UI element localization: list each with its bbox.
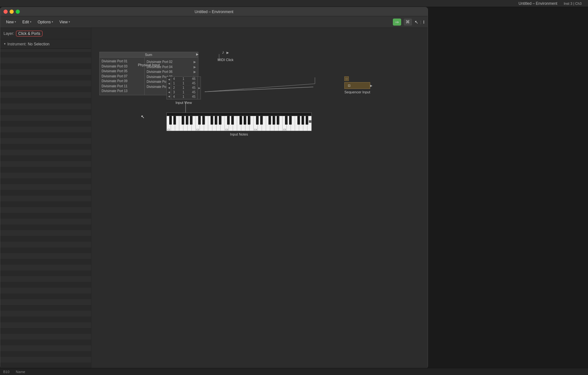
list-item: Divisimate Port 13	[102, 89, 142, 94]
svg-line-5	[205, 84, 315, 92]
instrument-value: No Selection	[28, 42, 50, 46]
svg-rect-72	[309, 120, 311, 123]
close-button[interactable]	[4, 10, 8, 14]
sequencer-input-text: Sequencer Input	[344, 90, 370, 94]
table-row: 3145	[171, 90, 197, 95]
midi-arrow-icon: ⇒	[395, 20, 399, 25]
list-item: Divisimate Port 11	[102, 84, 142, 89]
table-row: 4146	[171, 77, 197, 81]
svg-rect-29	[289, 116, 292, 125]
midi-route-icon[interactable]: ⇒	[393, 19, 401, 26]
main-content: Layer: Click & Ports ▼ Instrument: No Se…	[0, 28, 428, 368]
svg-rect-10	[182, 116, 184, 125]
sidebar: Layer: Click & Ports ▼ Instrument: No Se…	[0, 28, 91, 368]
midi-click-label: MIDI Click	[218, 58, 233, 62]
svg-text:C2: C2	[196, 129, 199, 131]
svg-rect-23	[256, 116, 259, 125]
svg-rect-13	[198, 116, 201, 125]
music-note-icon: ♪	[222, 50, 224, 55]
svg-rect-28	[285, 116, 287, 125]
input-view-label: Input View	[166, 101, 201, 105]
svg-rect-21	[244, 116, 246, 125]
play-icon: ▶	[226, 51, 229, 54]
piano-svg: C1 C2 C3 C4 C5	[167, 113, 311, 131]
svg-text:C1: C1	[167, 129, 170, 131]
list-item: Divisimate Port 09	[102, 79, 142, 84]
menu-options[interactable]: Options ▾	[35, 19, 56, 26]
svg-text:C3: C3	[225, 129, 228, 131]
svg-rect-25	[269, 116, 271, 125]
sequencer-input-label: ⊡	[348, 84, 350, 87]
window-title: Untitled – Environment	[195, 10, 233, 14]
svg-rect-20	[240, 116, 242, 125]
minimize-button[interactable]	[10, 10, 14, 14]
menu-new[interactable]: New ▾	[4, 19, 19, 26]
midi-click-block[interactable]: ♪ ▶ MIDI Click	[218, 50, 233, 62]
svg-rect-32	[306, 116, 308, 125]
input-notes-block[interactable]: C1 C2 C3 C4 C5 Input Notes	[166, 113, 312, 136]
list-item: Divisimate Port 06 ▶	[147, 69, 196, 74]
table-row: 1145	[171, 81, 197, 86]
status-name-label: Name	[16, 370, 25, 374]
link-icon-btn[interactable]: ⌘	[404, 19, 412, 26]
table-row: 4145	[171, 95, 197, 99]
options-chevron-icon: ▾	[52, 20, 53, 23]
input-view-block[interactable]: ◀ ◀ ◀ ◀ ◀ 4146 1145 2145 3145 4145	[166, 76, 201, 105]
svg-rect-15	[210, 116, 213, 125]
canvas-area[interactable]: Sum ▶ Divisimate Port 01 Divisimate Port…	[91, 28, 428, 368]
top-bar-inst: Inst 3 | Ch3	[564, 2, 582, 5]
input-notes-label: Input Notes	[166, 132, 312, 136]
layer-label: Layer:	[4, 31, 14, 36]
layer-value[interactable]: Click & Ports	[16, 31, 42, 36]
text-cursor-icon[interactable]: I	[423, 20, 424, 25]
svg-rect-8	[169, 116, 172, 125]
mouse-cursor: ↖	[141, 114, 145, 119]
maximize-button[interactable]	[16, 10, 20, 14]
top-daw-bar: Untitled – Environment Inst 3 | Ch3	[0, 0, 588, 7]
cursor-tool-group: ↖ | I	[415, 20, 424, 25]
svg-rect-12	[190, 116, 193, 125]
traffic-lights	[4, 10, 20, 14]
svg-line-1	[205, 87, 313, 92]
title-bar: Untitled – Environment	[0, 7, 428, 16]
bottom-status-bar: B10 Name	[0, 368, 588, 375]
svg-rect-30	[297, 116, 300, 125]
svg-text:C4: C4	[254, 129, 257, 131]
list-item: Divisimate Port 07	[102, 74, 142, 79]
menu-bar: New ▾ Edit ▾ Options ▾ View ▾ ⇒ ⌘ ↖ | I	[0, 16, 428, 28]
svg-rect-26	[273, 116, 275, 125]
view-chevron-icon: ▾	[69, 20, 70, 23]
svg-rect-24	[260, 116, 263, 125]
physical-input-title: Sum ▶	[100, 52, 198, 58]
menu-view[interactable]: View ▾	[57, 19, 73, 26]
environment-window: Untitled – Environment New ▾ Edit ▾ Opti…	[0, 7, 428, 369]
piano-keys: C1 C2 C3 C4 C5	[167, 113, 311, 131]
svg-text:C5: C5	[283, 129, 286, 131]
sequencer-input-block[interactable]: □ ⊡ ▶ Sequencer Input	[344, 76, 370, 94]
menu-edit[interactable]: Edit ▾	[20, 19, 34, 26]
arrow-cursor-icon[interactable]: ↖	[415, 20, 418, 25]
piano-keyboard[interactable]: C1 C2 C3 C4 C5	[166, 113, 312, 131]
layer-row: Layer: Click & Ports	[0, 28, 91, 39]
list-item: Divisimate Port 05	[102, 69, 142, 74]
svg-rect-16	[215, 116, 217, 125]
svg-rect-19	[231, 116, 234, 125]
svg-rect-27	[277, 116, 279, 125]
svg-rect-9	[173, 116, 176, 125]
instrument-label: Instrument:	[7, 42, 27, 46]
table-row: 2145	[171, 86, 197, 90]
svg-rect-22	[248, 116, 250, 125]
svg-rect-11	[186, 116, 188, 125]
menu-icon-group: ⇒ ⌘ ↖ | I	[393, 19, 424, 26]
sidebar-body	[0, 49, 91, 368]
edit-chevron-icon: ▾	[30, 20, 31, 23]
svg-rect-31	[302, 116, 304, 125]
top-bar-title: Untitled – Environment	[519, 1, 557, 6]
instrument-triangle-icon: ▼	[4, 43, 6, 45]
midi-click-icon-area: ♪ ▶	[218, 50, 233, 57]
instrument-row: ▼ Instrument: No Selection	[0, 39, 91, 49]
svg-rect-17	[219, 116, 221, 125]
status-position: B10	[3, 370, 10, 374]
physical-input-label: Physical Input	[99, 63, 198, 67]
new-chevron-icon: ▾	[15, 20, 16, 23]
